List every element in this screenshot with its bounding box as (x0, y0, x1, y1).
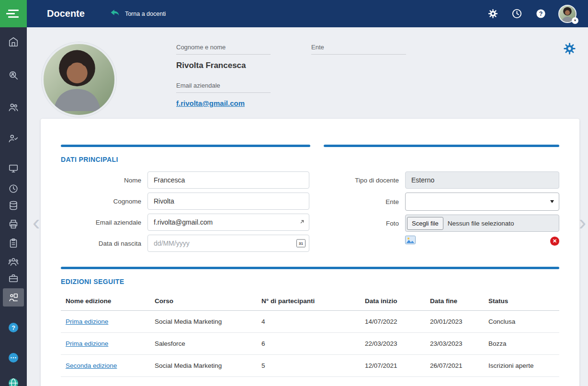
edizione-link[interactable]: Prima edizione (66, 340, 108, 347)
top-bar: Docente Torna a docenti (0, 0, 588, 27)
sidebar-item-chat[interactable] (0, 349, 27, 367)
printer-icon (8, 219, 19, 229)
cell-corso: Social Media Marketing (150, 311, 257, 333)
sidebar-item-clock[interactable] (0, 180, 27, 198)
main-content: Cognome e nome Rivolta Francesca Email a… (27, 27, 588, 386)
cell-partecipanti: 5 (257, 355, 360, 377)
monitor-icon (8, 163, 19, 174)
ente-select[interactable] (405, 193, 559, 211)
hamburger-menu-icon[interactable] (0, 0, 27, 27)
col-partecipanti: N° di partecipanti (257, 292, 360, 311)
edizioni-seguite-title: EDIZIONI SEGUITE (61, 278, 559, 285)
email-aziendale-input[interactable] (147, 214, 309, 231)
cell-data-inizio: 14/07/2022 (360, 311, 425, 333)
cognome-input[interactable] (147, 193, 309, 210)
delete-photo-button[interactable]: ✕ (550, 237, 559, 246)
chevron-down-icon: ▾ (572, 17, 578, 24)
help-circle-icon: ? (8, 322, 19, 333)
tipo-docente-label: Tipo di docente (324, 177, 405, 184)
cell-data-inizio: 22/03/2023 (360, 333, 425, 355)
docente-email-link[interactable]: f.rivolta@gmail.com (176, 99, 245, 107)
settings-gear-icon[interactable] (486, 8, 499, 20)
cell-partecipanti: 4 (257, 311, 360, 333)
back-to-docenti-link[interactable]: Torna a docenti (110, 9, 166, 19)
section-accent-bar-right (324, 145, 559, 147)
edizione-link[interactable]: Seconda edizione (66, 362, 117, 369)
calendar-icon[interactable]: 31 (296, 239, 305, 248)
foto-label: Foto (324, 220, 405, 227)
form-right-column: Tipo di docente Ente Foto (324, 171, 559, 256)
sidebar-item-home[interactable] (0, 33, 27, 51)
section-divider-bar (61, 267, 559, 269)
docente-detail-card: DATI PRINCIPALI Nome Cognome Email azien… (41, 119, 579, 386)
col-corso: Corso (150, 292, 257, 311)
email-label: Email aziendale (176, 82, 271, 93)
cell-corso: Social Media Marketing (150, 355, 257, 377)
photo-thumbnail-icon[interactable] (405, 236, 416, 246)
data-nascita-label: Data di nascita (61, 240, 147, 247)
section-accent-bar-left (61, 145, 310, 147)
users-icon (8, 102, 19, 113)
name-label: Cognome e nome (176, 44, 271, 55)
page-title: Docente (47, 8, 85, 19)
file-status-text: Nessun file selezionato (448, 220, 514, 227)
sidebar-item-globe[interactable] (0, 374, 27, 386)
home-icon (8, 36, 19, 47)
user-avatar[interactable]: ▾ (558, 5, 577, 23)
sidebar-item-search-user[interactable] (0, 66, 27, 84)
sidebar-item-teacher-active[interactable] (3, 288, 24, 307)
scegli-file-button[interactable]: Scegli file (407, 217, 443, 230)
svg-text:?: ? (539, 11, 543, 17)
sidebar-item-printer[interactable] (0, 215, 27, 233)
table-row: Seconda edizione Social Media Marketing … (61, 355, 559, 377)
cell-status: Conclusa (484, 311, 559, 333)
profile-name-block: Cognome e nome Rivolta Francesca Email a… (176, 44, 271, 108)
cell-status: Iscrizioni aperte (484, 355, 559, 377)
user-check-icon (8, 133, 19, 144)
sidebar-item-user-check[interactable] (0, 129, 27, 148)
cell-partecipanti: 6 (257, 333, 360, 355)
help-icon[interactable]: ? (534, 8, 547, 20)
col-nome-edizione: Nome edizione (61, 292, 150, 311)
profile-settings-gear-icon[interactable] (563, 42, 577, 57)
tipo-docente-input (405, 171, 559, 189)
sidebar-item-help[interactable]: ? (0, 318, 27, 337)
table-row: Prima edizione Salesforce 6 22/03/2023 2… (61, 333, 559, 355)
sidebar-item-users[interactable] (0, 98, 27, 116)
carousel-next-chevron[interactable]: › (579, 211, 586, 233)
sidebar-item-clipboard[interactable] (0, 234, 27, 252)
clock-icon (8, 183, 19, 194)
email-aziendale-label: Email aziendale (61, 219, 147, 226)
docente-full-name: Rivolta Francesca (176, 61, 271, 70)
cell-corso: Salesforce (150, 333, 257, 355)
cell-data-inizio: 12/07/2021 (360, 355, 425, 377)
foto-file-input[interactable]: Scegli file Nessun file selezionato (405, 215, 559, 232)
docente-photo (42, 42, 116, 117)
edizioni-table: Nome edizione Corso N° di partecipanti D… (61, 292, 559, 377)
sidebar-item-briefcase[interactable] (0, 269, 27, 287)
chat-bubble-icon (8, 352, 19, 363)
back-link-label: Torna a docenti (125, 11, 166, 17)
clock-icon[interactable] (510, 8, 523, 20)
dati-principali-title: DATI PRINCIPALI (61, 156, 559, 163)
cell-data-fine: 23/03/2023 (425, 333, 484, 355)
cell-data-fine: 20/01/2023 (425, 311, 484, 333)
edizione-link[interactable]: Prima edizione (66, 318, 108, 325)
col-data-fine: Data fine (425, 292, 484, 311)
carousel-prev-chevron[interactable]: ‹ (33, 211, 40, 233)
data-nascita-input[interactable] (147, 235, 309, 252)
sidebar-item-database[interactable] (0, 196, 27, 215)
globe-icon (8, 377, 19, 386)
search-user-icon (8, 70, 19, 80)
sidebar-item-team[interactable] (0, 253, 27, 271)
ente-select-label: Ente (324, 198, 405, 205)
ente-label: Ente (311, 44, 406, 55)
clipboard-icon (8, 238, 19, 249)
briefcase-icon (8, 273, 19, 284)
database-icon (8, 200, 19, 211)
cell-status: Bozza (484, 333, 559, 355)
sidebar-item-monitor[interactable] (0, 159, 27, 178)
col-status: Status (484, 292, 559, 311)
col-data-inizio: Data inizio (360, 292, 425, 311)
nome-input[interactable] (147, 171, 309, 189)
